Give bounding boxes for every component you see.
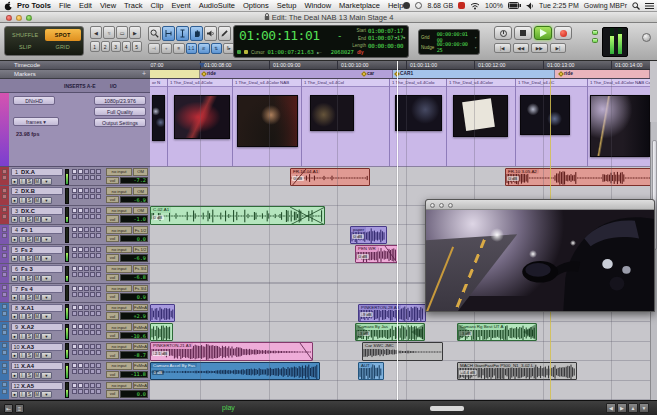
output-selector[interactable]: Fs 1/2 — [133, 246, 148, 254]
mirror-midi-button[interactable]: ⇅ — [211, 43, 223, 54]
notification-center-icon[interactable] — [645, 2, 654, 10]
output-selector[interactable]: FxMnA — [133, 323, 148, 331]
record-arm-button[interactable]: ● — [11, 236, 18, 243]
inserts-slots[interactable] — [72, 363, 105, 374]
audio-clip[interactable]: Camaro By Jas -3 dB — [355, 323, 425, 341]
input-selector[interactable]: no input — [106, 187, 132, 195]
solo-button[interactable]: S — [26, 275, 33, 282]
track-name-area[interactable]: 6 Fs 3 — [11, 265, 63, 273]
volume-value[interactable]: -10.6 — [120, 332, 148, 340]
record-arm-button[interactable]: ● — [11, 275, 18, 282]
track-name-area[interactable]: 4 Fs 1 — [11, 226, 63, 234]
solo-button[interactable]: S — [26, 372, 33, 379]
wifi-icon[interactable] — [470, 2, 480, 10]
volume-value[interactable]: -6.9 — [120, 196, 148, 204]
mode-spot-button[interactable]: SPOT — [45, 29, 82, 41]
nudge-dropdown-icon[interactable]: ▾ — [475, 45, 477, 50]
view-selector[interactable]: ▾ — [41, 313, 52, 320]
track-name[interactable]: DX.B — [21, 188, 35, 194]
timecode-ruler[interactable]: 01:00:07:0001:00:08:0001:00:09:0001:00:1… — [150, 61, 650, 70]
input-selector[interactable]: no input — [106, 382, 132, 390]
input-monitor-button[interactable]: I — [19, 294, 26, 301]
track-name[interactable]: Fs 3 — [21, 266, 33, 272]
input-selector[interactable]: no input — [106, 168, 132, 176]
marker-ride[interactable]: ride — [202, 71, 216, 76]
inserts-slots[interactable] — [72, 247, 105, 258]
mute-button[interactable]: M — [34, 352, 41, 359]
video-clip[interactable]: 1 The_Deal_v4.4Color NAB — [233, 79, 302, 166]
video-window-close-button[interactable] — [430, 203, 435, 208]
zoom-out-button[interactable]: ◀ — [90, 26, 102, 39]
inserts-slots[interactable] — [72, 305, 105, 316]
mute-button[interactable]: M — [34, 236, 41, 243]
solo-button[interactable]: S — [26, 391, 33, 398]
inserts-slots[interactable] — [72, 208, 105, 219]
volume-value[interactable]: 0.0 — [120, 235, 148, 243]
marker-ride[interactable]: ride — [559, 71, 573, 76]
input-selector[interactable]: no input — [106, 226, 132, 234]
input-selector[interactable]: no input — [106, 323, 132, 331]
audio-clip[interactable]: AUT — [358, 362, 384, 380]
video-track-header[interactable]: DNxHD frames ▾ 23.98 fps 1080p/23.976 Fu… — [0, 93, 150, 167]
input-monitor-button[interactable]: I — [19, 178, 26, 185]
input-selector[interactable]: no input — [106, 304, 132, 312]
solo-button[interactable]: S — [26, 313, 33, 320]
solo-button[interactable]: S — [26, 255, 33, 262]
view-selector[interactable]: ▾ — [41, 275, 52, 282]
track-name-area[interactable]: 2 DX.B — [11, 187, 63, 195]
inserts-slots[interactable] — [72, 324, 105, 335]
mute-button[interactable]: M — [34, 294, 41, 301]
menu-pro-tools[interactable]: Pro Tools — [17, 1, 51, 10]
track-name-area[interactable]: 3 DX.C — [11, 207, 63, 215]
solo-button[interactable]: S — [26, 197, 33, 204]
scroll-down-button[interactable]: ▼ — [639, 403, 649, 413]
video-window[interactable] — [425, 199, 655, 312]
view-selector[interactable]: ▾ — [41, 216, 52, 223]
grid-dropdown-icon[interactable]: ▾ — [475, 35, 477, 40]
track-row[interactable]: 8 X.A1 ● I S M ▾ no input FxMnA vol +2.9 — [0, 303, 150, 322]
output-selector[interactable]: FxMnA — [133, 362, 148, 370]
grabber-tool[interactable] — [190, 26, 203, 41]
menu-window[interactable]: Window — [304, 1, 331, 10]
record-arm-button[interactable]: ● — [11, 391, 18, 398]
video-window-titlebar[interactable] — [426, 200, 654, 210]
volume-value[interactable]: -1.0 — [120, 215, 148, 223]
countoff-button[interactable] — [494, 26, 512, 40]
volume-value[interactable]: -6.9 — [120, 254, 148, 262]
track-name[interactable]: DX.C — [21, 208, 35, 214]
record-arm-button[interactable]: ● — [11, 352, 18, 359]
video-clip[interactable]: 1 The_Deal_v4.4Color NAB Copy 07 Squ — [588, 79, 650, 166]
solo-button[interactable]: S — [26, 333, 33, 340]
view-selector[interactable]: ▾ — [41, 294, 52, 301]
nudge-label[interactable]: Nudge — [421, 45, 435, 50]
track-name[interactable]: X.A4 — [21, 363, 34, 369]
volume-value[interactable]: -7.2 — [120, 177, 148, 185]
mode-shuffle-button[interactable]: SHUFFLE — [7, 29, 44, 41]
link-track-button[interactable]: ≋ — [198, 43, 210, 54]
grid-label[interactable]: Grid — [421, 35, 435, 40]
track-row[interactable]: 1 DX.A ● I S M ▾ no input OM vol -7.2 — [0, 167, 150, 186]
volume-icon[interactable] — [526, 2, 534, 10]
track-row[interactable]: 3 DX.C ● I S M ▾ no input OM vol -1.0 — [0, 206, 150, 225]
track-row[interactable]: 4 Fs 1 ● I S M ▾ no input Fs 1/2 vol 0.0 — [0, 225, 150, 244]
view-selector[interactable]: ▾ — [41, 391, 52, 398]
menu-clip[interactable]: Clip — [151, 1, 164, 10]
inserts-slots[interactable] — [72, 344, 105, 355]
output-selector[interactable]: FxMnA — [133, 382, 148, 390]
horizontal-scroll-thumb[interactable] — [430, 406, 464, 411]
video-clip[interactable]: 1 The_Deal_v4.4Col — [302, 79, 390, 166]
return-to-zero-button[interactable]: |◀ — [494, 43, 511, 53]
audio-clip[interactable]: Car SWC JMC — [362, 342, 443, 360]
inserts-slots[interactable] — [72, 286, 105, 297]
input-monitor-button[interactable]: I — [19, 352, 26, 359]
audio-clip[interactable]: Camaro Rg Best UT A -3 dB — [457, 323, 537, 341]
input-monitor-button[interactable]: I — [19, 197, 26, 204]
input-selector[interactable]: no input — [106, 285, 132, 293]
output-selector[interactable]: OM — [133, 207, 148, 215]
video-format-selector[interactable]: 1080p/23.976 — [94, 96, 146, 105]
audio-clip[interactable]: paper 0 dB — [350, 226, 387, 244]
menu-file[interactable]: File — [59, 1, 71, 10]
record-arm-button[interactable]: ● — [11, 294, 18, 301]
mute-button[interactable]: M — [34, 391, 41, 398]
zoom-preset-2[interactable]: 2 — [101, 41, 111, 52]
